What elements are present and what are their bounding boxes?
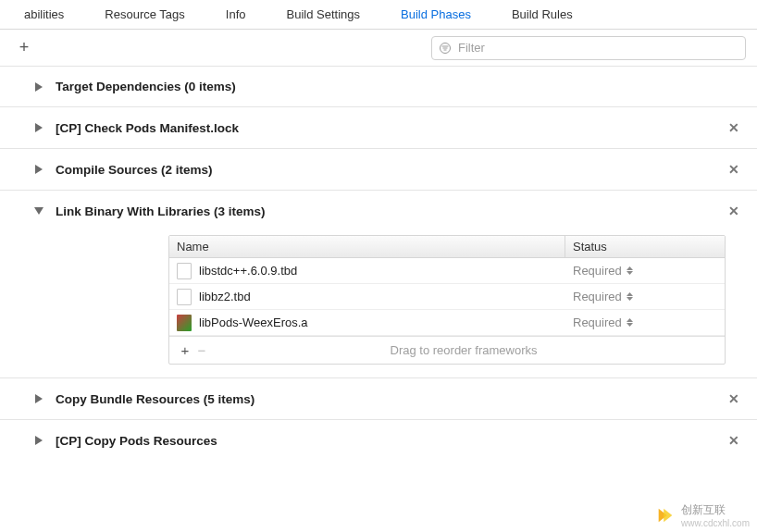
stepper-icon (626, 265, 635, 278)
remove-library-button[interactable]: − (193, 342, 210, 358)
remove-phase-button[interactable]: ✕ (726, 204, 742, 218)
link-libraries-table: Name Status libstdc++.6.0.9.tbd Required (168, 235, 726, 365)
watermark-logo-icon (655, 505, 676, 526)
disclosure-triangle-icon[interactable] (33, 81, 44, 93)
svg-marker-13 (627, 323, 633, 327)
phase-title: Link Binary With Libraries (3 items) (56, 204, 718, 218)
phase-title: Target Dependencies (0 items) (56, 80, 742, 93)
library-name: libbz2.tbd (199, 290, 251, 303)
phase-header[interactable]: [CP] Check Pods Manifest.lock ✕ (33, 120, 742, 135)
tab-build-settings[interactable]: Build Settings (267, 0, 381, 30)
watermark: 创新互联 www.cdcxhl.com (655, 502, 750, 528)
remove-phase-button[interactable]: ✕ (726, 162, 742, 177)
filter-icon (438, 41, 453, 56)
disclosure-triangle-icon[interactable] (33, 393, 44, 404)
file-icon (177, 263, 192, 279)
phase-title: [CP] Copy Pods Resources (56, 434, 718, 448)
svg-marker-6 (35, 165, 43, 174)
column-header-status[interactable]: Status (565, 236, 725, 257)
add-phase-button[interactable]: + (15, 38, 33, 57)
reorder-hint: Drag to reorder frameworks (210, 343, 717, 357)
svg-marker-14 (35, 394, 43, 403)
status-select[interactable]: Required (565, 290, 725, 303)
watermark-url: www.cdcxhl.com (681, 518, 750, 528)
toolbar: + (0, 30, 757, 67)
table-row[interactable]: libPods-WeexEros.a Required (169, 310, 725, 336)
column-header-name[interactable]: Name (169, 236, 565, 257)
phase-section-link-binary: Link Binary With Libraries (3 items) ✕ N… (0, 191, 757, 378)
svg-marker-8 (627, 266, 633, 270)
phase-header[interactable]: Link Binary With Libraries (3 items) ✕ (33, 204, 742, 218)
disclosure-triangle-icon[interactable] (33, 164, 44, 175)
phase-header[interactable]: [CP] Copy Pods Resources ✕ (33, 433, 742, 448)
add-library-button[interactable]: + (177, 342, 193, 358)
remove-phase-button[interactable]: ✕ (726, 391, 742, 406)
tab-build-rules[interactable]: Build Rules (491, 0, 593, 30)
library-archive-icon (177, 315, 192, 331)
status-select[interactable]: Required (565, 264, 725, 278)
phase-section-target-dependencies: Target Dependencies (0 items) (0, 67, 757, 107)
filter-input[interactable] (456, 40, 739, 56)
phase-title: Copy Bundle Resources (5 items) (56, 392, 718, 406)
phase-title: Compile Sources (2 items) (56, 163, 718, 177)
svg-marker-4 (35, 82, 43, 92)
tab-resource-tags[interactable]: Resource Tags (84, 0, 205, 30)
phase-header[interactable]: Compile Sources (2 items) ✕ (33, 162, 742, 177)
tab-abilities[interactable]: abilities (4, 0, 84, 30)
phase-section-copy-pods-resources: [CP] Copy Pods Resources ✕ (0, 420, 757, 461)
phase-section-check-pods-manifest: [CP] Check Pods Manifest.lock ✕ (0, 107, 757, 149)
table-row[interactable]: libstdc++.6.0.9.tbd Required (169, 258, 725, 284)
svg-marker-11 (627, 297, 633, 301)
svg-marker-10 (627, 292, 633, 296)
status-select[interactable]: Required (565, 315, 725, 329)
svg-marker-12 (627, 318, 633, 322)
library-name: libstdc++.6.0.9.tbd (199, 264, 297, 278)
table-footer: + − Drag to reorder frameworks (169, 336, 725, 364)
file-icon (177, 289, 192, 305)
table-header-row: Name Status (169, 236, 725, 258)
remove-phase-button[interactable]: ✕ (726, 120, 742, 135)
svg-marker-15 (35, 436, 43, 445)
table-row[interactable]: libbz2.tbd Required (169, 284, 725, 310)
tab-info[interactable]: Info (205, 0, 267, 30)
disclosure-triangle-icon[interactable] (33, 435, 44, 446)
watermark-text: 创新互联 (681, 502, 750, 518)
phase-header[interactable]: Copy Bundle Resources (5 items) ✕ (33, 391, 742, 406)
phase-title: [CP] Check Pods Manifest.lock (56, 121, 718, 135)
tab-build-phases[interactable]: Build Phases (380, 0, 491, 30)
phase-section-compile-sources: Compile Sources (2 items) ✕ (0, 149, 757, 191)
disclosure-triangle-icon[interactable] (33, 205, 44, 217)
tab-bar: abilities Resource Tags Info Build Setti… (0, 0, 757, 30)
disclosure-triangle-icon[interactable] (33, 122, 44, 133)
filter-field-wrap (431, 36, 746, 60)
svg-marker-7 (34, 207, 43, 215)
remove-phase-button[interactable]: ✕ (726, 433, 742, 448)
svg-marker-9 (627, 271, 633, 275)
stepper-icon (626, 316, 635, 329)
phase-section-copy-bundle-resources: Copy Bundle Resources (5 items) ✕ (0, 378, 757, 420)
svg-marker-5 (35, 123, 43, 132)
phase-header[interactable]: Target Dependencies (0 items) (33, 80, 742, 93)
library-name: libPods-WeexEros.a (199, 315, 308, 329)
stepper-icon (626, 291, 635, 303)
